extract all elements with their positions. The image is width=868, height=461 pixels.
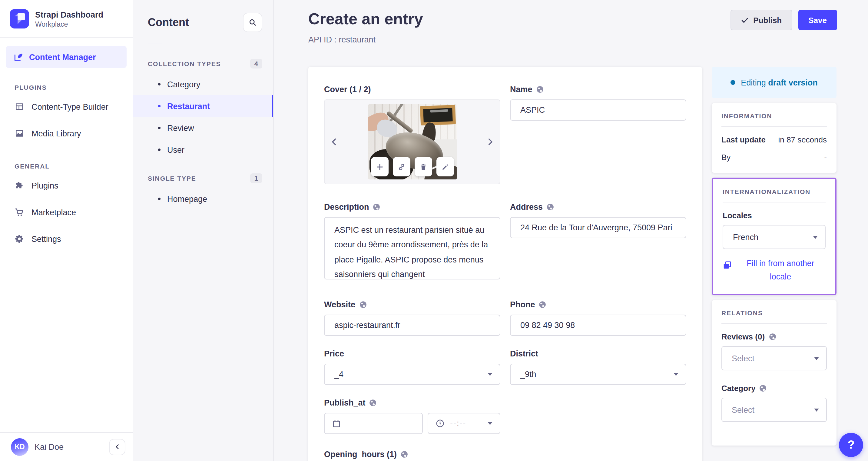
sidebar-item-marketplace[interactable]: Marketplace bbox=[0, 199, 133, 226]
globe-icon bbox=[768, 333, 776, 341]
copy-link-button[interactable] bbox=[393, 157, 410, 176]
link-icon bbox=[397, 163, 405, 171]
information-title: INFORMATION bbox=[721, 112, 827, 119]
help-button[interactable]: ? bbox=[839, 433, 863, 457]
field-reviews: Reviews (0) Select bbox=[721, 332, 827, 370]
save-label: Save bbox=[808, 16, 827, 25]
collection-types-count-badge: 4 bbox=[250, 59, 262, 68]
price-select[interactable]: _4 bbox=[324, 364, 500, 385]
description-textarea[interactable]: ASPIC est un restaurant parisien situé a… bbox=[324, 217, 500, 280]
publish-button[interactable]: Publish bbox=[730, 10, 792, 30]
divider bbox=[0, 37, 133, 37]
puzzle-icon bbox=[14, 181, 24, 190]
avatar[interactable]: KD bbox=[11, 438, 28, 456]
sidebar-item-content-manager[interactable]: Content Manager bbox=[6, 46, 127, 68]
sidebar-item-settings[interactable]: Settings bbox=[0, 226, 133, 252]
layout-icon bbox=[14, 102, 24, 112]
relations-card: RELATIONS Reviews (0) Select bbox=[712, 300, 837, 445]
delete-asset-button[interactable] bbox=[414, 157, 432, 176]
user-name: Kai Doe bbox=[34, 442, 103, 451]
fill-from-locale-link[interactable]: Fill in from another locale bbox=[723, 257, 826, 283]
main-content: Create an entry API ID : restaurant Publ… bbox=[274, 0, 868, 461]
subnav-item-review[interactable]: Review bbox=[133, 117, 273, 139]
subnav-item-homepage[interactable]: Homepage bbox=[133, 188, 273, 210]
field-district: District _9th bbox=[510, 349, 686, 385]
help-label: ? bbox=[847, 438, 855, 451]
collapse-sidebar-button[interactable] bbox=[109, 438, 125, 455]
sidebar-item-label: Plugins bbox=[31, 181, 58, 190]
locales-label: Locales bbox=[723, 211, 826, 220]
globe-icon bbox=[373, 203, 381, 211]
field-opening-hours: Opening_hours (1) bbox=[324, 450, 686, 459]
save-button[interactable]: Save bbox=[798, 10, 837, 30]
search-button[interactable] bbox=[243, 13, 262, 32]
phone-input[interactable] bbox=[510, 315, 686, 336]
sidebar-item-label: Media Library bbox=[31, 129, 81, 138]
carousel-prev-button[interactable] bbox=[330, 137, 339, 147]
price-value: _4 bbox=[334, 370, 488, 379]
reviews-placeholder: Select bbox=[732, 354, 814, 363]
chevron-down-icon bbox=[674, 373, 678, 376]
chevron-down-icon bbox=[814, 408, 819, 411]
sidebar-item-label: Content Manager bbox=[29, 52, 96, 61]
pen-icon bbox=[13, 52, 23, 62]
opening-hours-label: Opening_hours (1) bbox=[324, 450, 397, 459]
chevron-down-icon bbox=[488, 373, 492, 376]
bullet-dot bbox=[158, 105, 160, 107]
relations-title: RELATIONS bbox=[721, 309, 827, 316]
fill-from-locale-label: Fill in from another locale bbox=[735, 257, 826, 283]
globe-icon bbox=[759, 384, 767, 392]
name-label: Name bbox=[510, 85, 532, 94]
subnav-item-label: Homepage bbox=[167, 194, 207, 203]
field-description: Description ASPIC est un restaurant pari… bbox=[324, 202, 500, 282]
price-label: Price bbox=[324, 349, 344, 358]
copy-icon bbox=[723, 261, 732, 270]
last-update-label: Last update bbox=[721, 135, 766, 144]
category-select[interactable]: Select bbox=[721, 398, 827, 422]
search-icon bbox=[248, 18, 257, 27]
subnav-item-label: Review bbox=[167, 123, 194, 133]
reviews-select[interactable]: Select bbox=[721, 346, 827, 370]
sidebar-item-label: Marketplace bbox=[31, 208, 76, 217]
subnav-item-restaurant[interactable]: Restaurant bbox=[133, 95, 273, 117]
edit-asset-button[interactable] bbox=[436, 157, 454, 176]
divider bbox=[721, 323, 827, 324]
add-asset-button[interactable] bbox=[371, 157, 388, 176]
website-input[interactable] bbox=[324, 315, 500, 336]
bullet-dot bbox=[158, 148, 160, 151]
sidebar-section-general: GENERAL bbox=[14, 163, 133, 170]
locales-select[interactable]: French bbox=[723, 225, 826, 249]
subnav-title: Content bbox=[148, 16, 189, 29]
field-website: Website bbox=[324, 300, 500, 336]
publish-label: Publish bbox=[753, 16, 782, 25]
district-value: _9th bbox=[520, 370, 674, 379]
field-publish-at: Publish_at bbox=[324, 398, 500, 434]
subnav-item-label: User bbox=[167, 145, 184, 154]
sidebar-item-plugins[interactable]: Plugins bbox=[0, 172, 133, 199]
globe-icon bbox=[546, 203, 554, 211]
field-name: Name bbox=[510, 85, 686, 184]
sidebar-item-content-type-builder[interactable]: Content-Type Builder bbox=[0, 93, 133, 120]
editing-draft-banner: Editing draft version bbox=[712, 67, 837, 98]
user-row: KD Kai Doe bbox=[0, 433, 133, 461]
subnav-item-user[interactable]: User bbox=[133, 139, 273, 161]
bullet-dot bbox=[158, 198, 160, 200]
address-input[interactable] bbox=[510, 217, 686, 238]
check-icon bbox=[741, 16, 748, 24]
district-label: District bbox=[510, 349, 538, 358]
carousel-next-button[interactable] bbox=[485, 137, 495, 147]
district-select[interactable]: _9th bbox=[510, 364, 686, 385]
field-address: Address bbox=[510, 202, 686, 282]
field-cover: Cover (1 / 2) bbox=[324, 85, 500, 184]
globe-icon bbox=[536, 85, 544, 93]
subnav-item-category[interactable]: Category bbox=[133, 73, 273, 95]
sidebar-item-media-library[interactable]: Media Library bbox=[0, 120, 133, 147]
cover-image[interactable] bbox=[368, 104, 457, 179]
media-icon bbox=[14, 128, 24, 138]
globe-icon bbox=[539, 301, 547, 309]
time-picker[interactable]: --:-- bbox=[428, 413, 500, 434]
globe-icon bbox=[369, 399, 377, 407]
date-picker[interactable] bbox=[324, 413, 423, 434]
brand[interactable]: Strapi Dashboard Workplace bbox=[0, 0, 133, 37]
name-input[interactable] bbox=[510, 99, 686, 121]
